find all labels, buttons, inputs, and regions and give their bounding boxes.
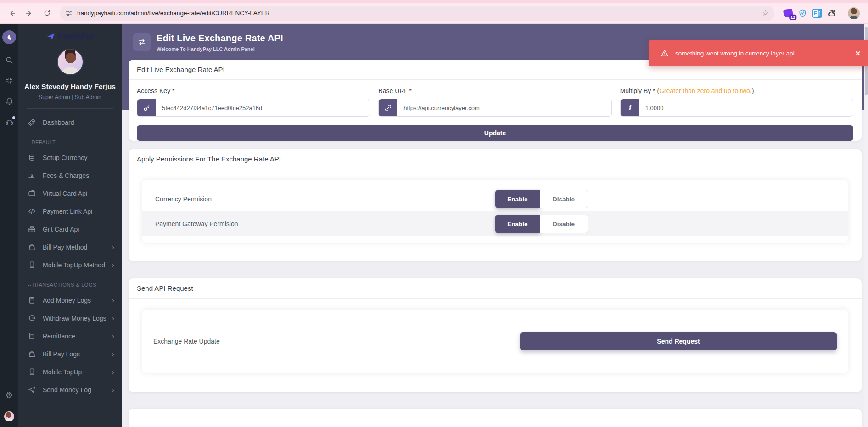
sidebar-divider (27, 108, 113, 109)
page-title: Edit Live Exchange Rate API (157, 33, 283, 44)
permission-toggle-group: EnableDisable (495, 190, 588, 208)
permission-label: Currency Permision (155, 195, 495, 203)
rail-user-avatar[interactable] (4, 411, 14, 421)
support-button[interactable] (5, 117, 14, 126)
search-button[interactable] (5, 56, 14, 65)
gear-icon: ⚙ (5, 391, 13, 399)
page-subtitle: Welcome To HandyPay LLC Admin Panel (157, 46, 283, 52)
sidebar-item-label: Dashboard (43, 119, 114, 126)
fi-extension-icon[interactable]: F[ (812, 9, 822, 18)
sidebar-item-label: Add Money Logs (43, 297, 106, 304)
sidebar-item-label: Virtual Card Api (43, 190, 114, 197)
phone-icon (28, 261, 36, 269)
user-name: Alex Stevedy Handy Ferjus (18, 83, 122, 91)
browser-profile-avatar[interactable] (848, 7, 860, 19)
dark-mode-toggle[interactable] (2, 30, 16, 44)
base-url-input-group (378, 99, 611, 117)
enable-button[interactable]: Enable (495, 190, 540, 208)
sidebar-item-add-money-logs[interactable]: Add Money Logs› (18, 291, 122, 309)
chevron-right-icon: › (112, 244, 114, 250)
sidebar-item-setup-currency[interactable]: Setup Currency (18, 149, 122, 166)
sidebar-item-label: Gift Card Api (43, 226, 114, 233)
browser-toolbar: handypayhaiti.com/admin/live/exchange-ra… (0, 0, 868, 24)
sidebar-item-send-money-log[interactable]: Send Money Log› (18, 381, 122, 399)
forward-arrow-icon (25, 9, 34, 17)
back-button[interactable] (5, 6, 19, 21)
fees-icon (28, 171, 36, 180)
settings-button[interactable]: ⚙ (5, 391, 13, 399)
page-scrollbar (864, 24, 868, 427)
shield-extension-icon[interactable] (798, 9, 807, 17)
permissions-card: Apply Permissions For The Exchange Rate … (129, 149, 862, 261)
apps-grid-icon (5, 77, 13, 85)
toolbar-separator (842, 9, 842, 18)
handypay-logo-text: HandyPay (58, 32, 94, 40)
send-request-button[interactable]: Send Request (520, 332, 837, 350)
sidebar-item-mobile-topup-method[interactable]: Mobile TopUp Method› (18, 256, 122, 274)
chevron-right-icon: › (112, 368, 114, 375)
sidebar-item-label: Setup Currency (43, 154, 114, 161)
bag-icon (28, 349, 36, 358)
apps-button[interactable] (5, 77, 13, 85)
sidebar-item-bill-pay-method[interactable]: Bill Pay Method› (18, 238, 122, 256)
permissions-card-title: Apply Permissions For The Exchange Rate … (129, 149, 862, 169)
send-request-row: Exchange Rate Update Send Request (142, 316, 848, 366)
fi-letter-i: [ (818, 10, 822, 17)
calc-icon (28, 332, 36, 340)
sidebar-item-bill-pay-logs[interactable]: Bill Pay Logs› (18, 345, 122, 363)
extension-badge: 12 (789, 14, 796, 20)
bell-icon (5, 97, 14, 105)
enable-button[interactable]: Enable (495, 215, 540, 233)
send-api-request-card: Send API Request Exchange Rate Update Se… (129, 278, 862, 392)
sidebar-item-gift-card-api[interactable]: Gift Card Api (18, 220, 122, 238)
access-key-field: Access Key * (137, 87, 370, 117)
back-arrow-icon (8, 9, 16, 17)
sidebar-item-fees-charges[interactable]: Fees & Charges (18, 166, 122, 184)
sidebar-item-virtual-card-api[interactable]: Virtual Card Api (18, 184, 122, 202)
notifications-button[interactable] (5, 97, 14, 105)
url-text[interactable]: handypayhaiti.com/admin/live/exchange-ra… (77, 10, 757, 17)
permission-toggle-group: EnableDisable (495, 215, 588, 233)
tag-extension-icon[interactable]: 12 (783, 8, 793, 18)
user-role: Super Admin | Sub Admin (18, 94, 122, 100)
sidebar-item-remittance[interactable]: Remittance› (18, 327, 122, 345)
reload-button[interactable] (39, 6, 54, 21)
toast-close-button[interactable]: ✕ (855, 50, 861, 57)
forward-button[interactable] (22, 6, 37, 21)
warning-icon (661, 49, 669, 57)
sidebar: HandyPay Alex Stevedy Handy Ferjus Super… (18, 24, 122, 427)
coins-icon (28, 153, 36, 162)
extensions-puzzle-icon[interactable] (828, 9, 836, 17)
handypay-logo[interactable]: HandyPay (18, 30, 122, 42)
url-bar[interactable]: handypayhaiti.com/admin/live/exchange-ra… (60, 6, 774, 21)
chevron-right-icon: › (112, 350, 114, 357)
base-url-input[interactable] (397, 99, 611, 116)
permission-row-currency-permision: Currency PermisionEnableDisable (142, 187, 848, 211)
send-icon (28, 385, 36, 394)
sidebar-item-dashboard[interactable]: Dashboard (18, 113, 122, 131)
bookmark-star-icon[interactable]: ☆ (762, 8, 769, 18)
permissions-list: Currency PermisionEnableDisablePayment G… (142, 180, 848, 243)
icon-rail: ⚙ (0, 24, 18, 427)
multiply-by-input[interactable] (639, 99, 853, 116)
access-key-input[interactable] (156, 99, 370, 116)
disable-button[interactable]: Disable (540, 190, 588, 208)
main-content: Edit Live Exchange Rate API Welcome To H… (122, 24, 868, 427)
sidebar-item-payment-link-api[interactable]: Payment Link Api (18, 202, 122, 220)
send-request-panel: Exchange Rate Update Send Request (142, 310, 848, 373)
sidebar-item-mobile-topup[interactable]: Mobile TopUp› (18, 363, 122, 381)
rocket-icon (28, 118, 36, 127)
user-avatar (57, 49, 84, 75)
menu-section-transactions-logs: --TRANSACTIONS & LOGS (18, 274, 122, 291)
site-info-icon[interactable] (65, 10, 73, 17)
update-button[interactable]: Update (137, 125, 853, 141)
sidebar-item-label: Remittance (43, 333, 106, 340)
sidebar-item-withdraw-money-logs[interactable]: Withdraw Money Logs› (18, 309, 122, 327)
exchange-icon (133, 33, 151, 51)
link-icon (379, 99, 397, 116)
wallet-icon (28, 189, 36, 198)
access-key-label: Access Key * (137, 87, 370, 94)
base-url-field: Base URL * (378, 87, 611, 117)
sidebar-menu: Dashboard--DEFAULTSetup CurrencyFees & C… (18, 111, 122, 427)
disable-button[interactable]: Disable (540, 215, 588, 233)
